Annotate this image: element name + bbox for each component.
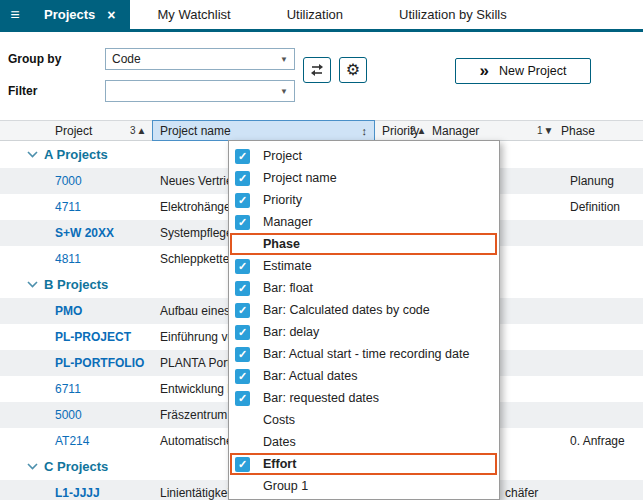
hamburger-menu-icon[interactable]: ≡ [0, 0, 30, 29]
group-label: B Projects [44, 277, 108, 292]
checkbox-checked-icon[interactable]: ✓ [235, 193, 250, 208]
checkbox-checked-icon[interactable]: ✓ [235, 259, 250, 274]
close-icon[interactable]: × [107, 7, 115, 23]
menu-item-bar-actual-start[interactable]: ✓ Bar: Actual start - time recording dat… [229, 343, 499, 365]
menu-item-estimate[interactable]: ✓ Estimate [229, 255, 499, 277]
checkbox-checked-icon[interactable]: ✓ [235, 325, 250, 340]
menu-item-label: Costs [263, 413, 295, 427]
menu-item-bar-calculated-dates[interactable]: ✓ Bar: Calculated dates by code [229, 299, 499, 321]
new-project-label: New Project [499, 64, 566, 78]
menu-item-label: Bar: Actual start - time recording date [263, 347, 469, 361]
chevron-down-icon[interactable] [27, 463, 38, 470]
group-by-label: Group by [8, 52, 61, 66]
menu-item-bar-requested-dates[interactable]: ✓ Bar: requested dates [229, 387, 499, 409]
project-name-cell: Linientätigkeit [160, 486, 233, 500]
tab-utilization[interactable]: Utilization [259, 0, 371, 29]
tab-label: Projects [44, 7, 95, 22]
manager-cell: chäfer [505, 486, 538, 500]
header-phase[interactable]: Phase [561, 124, 595, 138]
sort-indicator-manager: 1▼ [537, 125, 554, 136]
new-project-button[interactable]: » New Project [455, 58, 591, 84]
settings-button[interactable]: ⚙ [339, 57, 367, 83]
group-label: C Projects [44, 459, 108, 474]
menu-item-bar-actual-dates[interactable]: ✓ Bar: Actual dates [229, 365, 499, 387]
chevron-down-icon: ▼ [280, 87, 288, 96]
checkbox-checked-icon[interactable]: ✓ [235, 391, 250, 406]
checkbox-checked-icon[interactable]: ✓ [235, 303, 250, 318]
checkbox-unchecked-icon[interactable] [235, 479, 250, 494]
menu-item-label: Project [263, 149, 302, 163]
menu-item-manager[interactable]: ✓ Manager [229, 211, 499, 233]
sort-indicator-priority: 2▲ [410, 125, 427, 136]
phase-cell: 0. Anfrage [570, 434, 625, 448]
project-code-link[interactable]: 4811 [55, 252, 81, 266]
project-code-link[interactable]: PMO [55, 304, 82, 318]
checkbox-checked-icon[interactable]: ✓ [235, 281, 250, 296]
header-project-name[interactable]: Project name ↕ [152, 120, 375, 141]
menu-item-label: Group 1 [263, 479, 308, 493]
menu-item-dates[interactable]: Dates [229, 431, 499, 453]
project-code-link[interactable]: S+W 20XX [55, 226, 114, 240]
filter-label: Filter [8, 84, 37, 98]
checkbox-checked-icon[interactable]: ✓ [235, 215, 250, 230]
sort-both-icon[interactable]: ↕ [362, 125, 368, 137]
project-name-cell: Automatischer [160, 434, 237, 448]
menu-item-costs[interactable]: Costs [229, 409, 499, 431]
header-project[interactable]: Project [55, 124, 92, 138]
tab-utilization-by-skills[interactable]: Utilization by Skills [371, 0, 535, 29]
header-project-name-label: Project name [160, 124, 231, 138]
menu-item-effort[interactable]: ✓ Effort [229, 453, 499, 475]
tab-label: My Watchlist [158, 7, 231, 22]
menu-item-bar-float[interactable]: ✓ Bar: float [229, 277, 499, 299]
column-context-menu: ✓ Project ✓ Project name ✓ Priority ✓ Ma… [228, 140, 500, 500]
sort-indicator-project: 3▲ [130, 125, 147, 136]
menu-item-bar-delay[interactable]: ✓ Bar: delay [229, 321, 499, 343]
checkbox-checked-icon[interactable]: ✓ [235, 457, 250, 472]
menu-item-project[interactable]: ✓ Project [229, 145, 499, 167]
checkbox-unchecked-icon[interactable] [235, 413, 250, 428]
tab-label: Utilization by Skills [399, 7, 507, 22]
project-name-cell: Schleppketten [160, 252, 236, 266]
refresh-icon [309, 62, 325, 78]
project-code-link[interactable]: 6711 [55, 382, 81, 396]
refresh-button[interactable] [303, 57, 331, 83]
menu-item-phase[interactable]: Phase [229, 233, 499, 255]
menu-item-label: Bar: Actual dates [263, 369, 358, 383]
project-code-link[interactable]: AT214 [55, 434, 89, 448]
menu-item-label: Phase [263, 237, 300, 251]
menu-item-label: Dates [263, 435, 296, 449]
project-code-link[interactable]: L1-JJJJ [55, 486, 100, 500]
checkbox-checked-icon[interactable]: ✓ [235, 369, 250, 384]
double-chevron-icon: » [480, 62, 489, 79]
project-code-link[interactable]: 4711 [55, 200, 81, 214]
group-by-select[interactable]: Code ▼ [105, 48, 295, 70]
tab-bar: ≡ Projects × My Watchlist Utilization Ut… [0, 0, 643, 32]
chevron-down-icon: ▼ [280, 55, 288, 64]
checkbox-unchecked-icon[interactable] [235, 435, 250, 450]
menu-item-project-name[interactable]: ✓ Project name [229, 167, 499, 189]
chevron-down-icon[interactable] [27, 151, 38, 158]
checkbox-unchecked-icon[interactable] [235, 237, 250, 252]
project-code-link[interactable]: PL-PROJECT [55, 330, 131, 344]
project-code-link[interactable]: PL-PORTFOLIO [55, 356, 144, 370]
menu-item-label: Priority [263, 193, 302, 207]
menu-item-label: Project name [263, 171, 337, 185]
checkbox-checked-icon[interactable]: ✓ [235, 149, 250, 164]
group-by-value: Code [112, 52, 141, 66]
project-name-cell: Systempflege [160, 226, 233, 240]
chevron-down-icon[interactable] [27, 281, 38, 288]
menu-item-label: Bar: Calculated dates by code [263, 303, 430, 317]
tab-my-watchlist[interactable]: My Watchlist [130, 0, 259, 29]
menu-item-group-1[interactable]: Group 1 [229, 475, 499, 497]
group-label: A Projects [44, 147, 108, 162]
tab-projects[interactable]: Projects × [30, 0, 130, 29]
menu-item-priority[interactable]: ✓ Priority [229, 189, 499, 211]
project-code-link[interactable]: 5000 [55, 408, 82, 422]
menu-item-label: Bar: requested dates [263, 391, 379, 405]
header-manager[interactable]: Manager [432, 124, 479, 138]
filter-select[interactable]: ▼ [105, 80, 295, 102]
tab-label: Utilization [287, 7, 343, 22]
project-code-link[interactable]: 7000 [55, 174, 82, 188]
checkbox-checked-icon[interactable]: ✓ [235, 171, 250, 186]
checkbox-checked-icon[interactable]: ✓ [235, 347, 250, 362]
